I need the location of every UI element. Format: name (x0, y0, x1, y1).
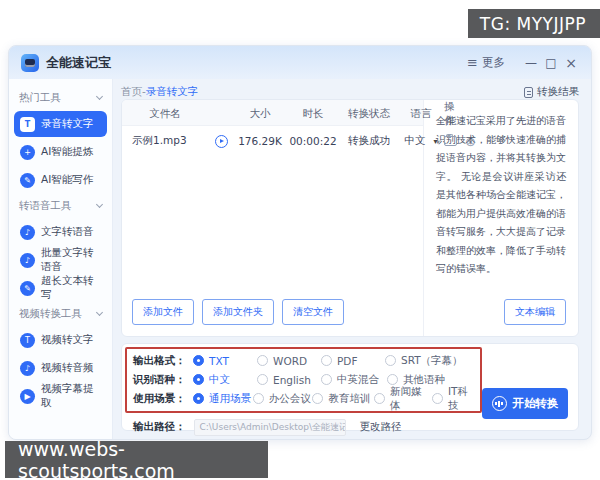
sidebar-item-text-to-speech[interactable]: ♪ 文字转语音 (14, 219, 107, 245)
breadcrumb-current: 录音转文字 (146, 85, 199, 99)
radio-lang-chinese[interactable]: 中文 (193, 373, 257, 387)
output-path-field[interactable]: C:\Users\Admin\Desktop\全能速记宝 (194, 419, 346, 436)
watermark-top: TG: MYYJJPP (468, 9, 600, 38)
radio-format-srt[interactable]: SRT（字幕） (385, 354, 463, 368)
title-bar: 全能速记宝 ≡ 更多 — □ × (9, 46, 591, 79)
main-content: 首页-录音转文字 转换结果 文件名 大小 时长 转换状态 语言 (113, 79, 591, 439)
sidebar-item-video-subtitle-extract[interactable]: ▶ 视频字幕提取 (14, 383, 107, 409)
more-menu-button[interactable]: ≡ 更多 (467, 55, 505, 70)
sidebar-section-tts-tools[interactable]: 转语音工具 (9, 195, 112, 217)
long-text-transcribe-icon: ✎ (20, 281, 35, 296)
sidebar: 热门工具 T 录音转文字 + AI智能提炼 ✎ AI智能写作 转语音工具 ♪ (9, 79, 113, 439)
file-name: 示例1.mp3 (122, 134, 208, 148)
table-row[interactable]: 示例1.mp3 176.29K 00:00:22 转换成功 中文 ▾ ⊗ (122, 126, 423, 156)
radio-lang-english[interactable]: English (257, 374, 321, 386)
table-header: 文件名 大小 时长 转换状态 语言 操作 (122, 100, 423, 126)
radio-icon (321, 374, 332, 385)
radio-icon (374, 393, 385, 404)
file-panel: 文件名 大小 时长 转换状态 语言 操作 示例1.mp3 176.29K 00:… (121, 99, 579, 337)
radio-icon (312, 393, 323, 404)
chevron-down-icon (96, 93, 103, 100)
radio-scene-meeting[interactable]: 办公会议 (253, 392, 313, 406)
radio-icon (193, 355, 204, 366)
open-folder-icon[interactable] (444, 136, 457, 146)
play-icon[interactable] (215, 135, 228, 148)
file-size: 176.29K (234, 135, 286, 147)
start-convert-button[interactable]: 开始转换 (482, 388, 568, 419)
batch-text-to-speech-icon: ♪ (20, 253, 35, 268)
conversion-result-button[interactable]: 转换结果 (524, 85, 579, 99)
watermark-bottom: www.webs-scoutsports.com (5, 441, 268, 478)
sidebar-section-video-tools[interactable]: 视频转换工具 (9, 303, 112, 325)
radio-icon (253, 393, 264, 404)
radio-icon (387, 374, 398, 385)
radio-format-txt[interactable]: TXT (193, 355, 257, 367)
radio-scene-news[interactable]: 新闻媒体 (374, 385, 432, 413)
radio-scene-it[interactable]: IT科技 (432, 385, 474, 413)
chevron-down-icon (96, 201, 103, 208)
output-path-row: 输出路径： C:\Users\Admin\Desktop\全能速记宝 更改路径 (125, 416, 578, 438)
options-highlight-box: 输出格式： TXT WORD PDF (125, 347, 482, 413)
clear-files-button[interactable]: 清空文件 (282, 299, 344, 325)
sidebar-item-video-to-text[interactable]: T 视频转文字 (14, 327, 107, 353)
add-file-button[interactable]: 添加文件 (132, 299, 194, 325)
voice-to-text-icon: T (20, 117, 35, 132)
hamburger-icon: ≡ (467, 56, 478, 69)
minimize-button[interactable]: — (521, 56, 541, 70)
close-button[interactable]: × (561, 55, 581, 71)
sidebar-section-hot-tools[interactable]: 热门工具 (9, 87, 112, 109)
settings-panel: 输出格式： TXT WORD PDF (121, 343, 579, 431)
file-table: 文件名 大小 时长 转换状态 语言 操作 示例1.mp3 176.29K 00:… (122, 100, 424, 336)
video-to-text-icon: T (20, 333, 35, 348)
radio-icon (321, 355, 332, 366)
sidebar-item-batch-text-to-speech[interactable]: ♪ 批量文字转语音 (14, 247, 107, 273)
change-path-link[interactable]: 更改路径 (360, 420, 402, 434)
output-format-row: 输出格式： TXT WORD PDF (133, 351, 474, 370)
usage-scene-row: 使用场景： 通用场景 办公会议 教育培训 (133, 389, 474, 408)
chevron-down-icon (96, 309, 103, 316)
app-window: 全能速记宝 ≡ 更多 — □ × 热门工具 T 录音转文字 + AI智能提炼 (8, 45, 592, 440)
radio-format-word[interactable]: WORD (257, 355, 321, 367)
maximize-button[interactable]: □ (541, 56, 561, 70)
ai-writing-icon: ✎ (20, 173, 35, 188)
window-title: 全能速记宝 (46, 54, 111, 72)
radio-icon (257, 374, 268, 385)
radio-icon (193, 393, 204, 404)
more-menu-label: 更多 (482, 55, 505, 70)
convert-icon (492, 396, 507, 411)
radio-scene-general[interactable]: 通用场景 (193, 392, 253, 406)
radio-format-pdf[interactable]: PDF (321, 355, 385, 367)
ai-extract-icon: + (20, 145, 35, 160)
file-duration: 00:00:22 (286, 135, 340, 147)
video-to-audio-icon: ♪ (20, 361, 35, 376)
sidebar-item-long-text-transcribe[interactable]: ✎ 超长文本转写 (14, 275, 107, 301)
video-subtitle-extract-icon: ▶ (20, 389, 35, 404)
text-to-speech-icon: ♪ (20, 225, 35, 240)
text-edit-button[interactable]: 文本编辑 (504, 299, 566, 325)
add-folder-button[interactable]: 添加文件夹 (202, 299, 274, 325)
radio-icon (432, 393, 443, 404)
document-icon (524, 87, 533, 98)
sidebar-item-ai-writing[interactable]: ✎ AI智能写作 (14, 167, 107, 193)
radio-scene-education[interactable]: 教育培训 (312, 392, 374, 406)
radio-icon (385, 355, 396, 366)
conversion-status: 转换成功 (340, 134, 398, 148)
sidebar-item-voice-to-text[interactable]: T 录音转文字 (14, 111, 107, 137)
sidebar-item-video-to-audio[interactable]: ♪ 视频转音频 (14, 355, 107, 381)
radio-icon (193, 374, 204, 385)
sidebar-item-ai-extract[interactable]: + AI智能提炼 (14, 139, 107, 165)
radio-icon (257, 355, 268, 366)
app-logo-icon (21, 54, 39, 72)
breadcrumb[interactable]: 首页- (121, 85, 146, 99)
